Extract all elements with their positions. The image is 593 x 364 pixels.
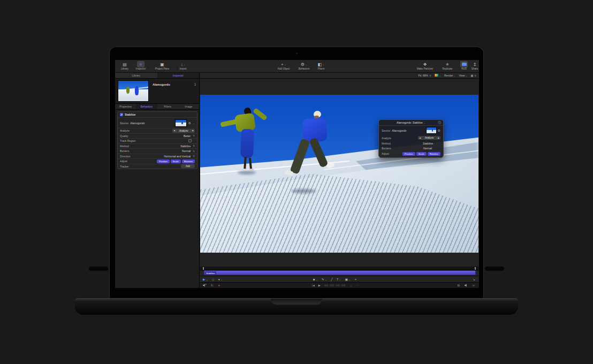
video-frame[interactable] [200, 95, 478, 253]
channels-icon[interactable] [435, 74, 438, 77]
library-icon: ▤ [121, 61, 128, 67]
analyze-backward-icon[interactable]: ◀ [172, 130, 176, 132]
tab-library[interactable]: Library [115, 73, 157, 78]
gear-icon[interactable]: ⚙ [188, 121, 191, 125]
hud-panel[interactable]: Alamogordo: Stabilize ⌄ ⓘ Source: Alamog… [378, 119, 444, 158]
chevron-down-icon[interactable]: ⌄ [350, 284, 352, 287]
adjust-scale-button[interactable]: Scale [171, 160, 181, 163]
mute-button[interactable]: × [203, 284, 206, 287]
direction-value[interactable]: Horizontal and Vertical [164, 155, 191, 158]
play-button[interactable]: ▶ [318, 284, 321, 287]
tracker-add-button[interactable]: Add [181, 164, 195, 168]
chevron-down-icon[interactable]: ⌄ [439, 74, 441, 77]
transport-bar: × ↻ ● |◀ ▶ 00:00:00:00 ⌄ ◔ ⊟ ∞ [200, 282, 479, 288]
analyze-row: Analyze ◀ Analyze ▶ [118, 128, 197, 133]
object-preview: Alamogordo ↧ [115, 79, 199, 104]
tab-inspector[interactable]: Inspector [157, 73, 200, 78]
hud-button[interactable]: HUD [459, 61, 469, 70]
analyze-backward-icon[interactable]: ◀ [418, 137, 422, 139]
mini-timeline-ruler[interactable] [200, 267, 479, 270]
source-thumbnail[interactable] [175, 119, 187, 127]
linked-playback-button[interactable]: ∞ [473, 284, 475, 287]
out-point-marker[interactable] [475, 267, 476, 270]
pin-icon[interactable]: ↧ [194, 82, 196, 86]
stepper-icon[interactable]: ⇅ [193, 134, 195, 137]
clock-icon[interactable]: ◔ [356, 284, 358, 287]
hud-title-bar[interactable]: Alamogordo: Stabilize ⌄ ⓘ [379, 120, 443, 126]
previous-frame-button[interactable]: |◀ [312, 284, 315, 287]
adjust-rotation-button[interactable]: Rotation [182, 160, 195, 163]
info-icon[interactable]: ⓘ [438, 121, 442, 125]
select-tool-button[interactable]: ▶⌄ [203, 277, 208, 281]
method-value[interactable]: Stabilize [423, 142, 433, 145]
mute-cross-icon: × [205, 283, 207, 286]
view-menu[interactable]: View [459, 74, 465, 77]
library-button[interactable]: ▤ Library [117, 61, 132, 70]
record-button[interactable]: ● [218, 284, 220, 287]
in-point-marker[interactable] [203, 267, 204, 270]
share-button[interactable]: ↥ Share [470, 61, 479, 70]
text-tool-button[interactable]: T⌄ [337, 278, 341, 281]
method-value[interactable]: Stabilize [180, 145, 191, 148]
behavior-timebar[interactable]: Stabilize [204, 270, 476, 275]
analyze-button[interactable]: Analyze [177, 130, 190, 132]
adjust-scale-button[interactable]: Scale [416, 152, 427, 156]
bezier-tool-button[interactable]: ✎⌄ [322, 277, 327, 281]
import-button[interactable]: ↓⌄ Import [175, 61, 191, 70]
grid-icon[interactable]: ▦ [470, 74, 473, 77]
track-region-checkbox[interactable] [188, 139, 192, 142]
adjust-position-button[interactable]: Position [402, 152, 415, 156]
analyze-forward-icon[interactable]: ▶ [437, 137, 440, 139]
add-object-button[interactable]: +⌄ Add Object [273, 61, 294, 70]
borders-value[interactable]: Normal [423, 147, 432, 150]
source-thumbnail[interactable] [426, 127, 437, 134]
camera-tool-button[interactable]: ●⌄ [218, 278, 223, 281]
replicate-button[interactable]: ✳ Replicate [438, 61, 457, 70]
enable-checkbox[interactable]: ✓ [120, 113, 123, 116]
borders-value[interactable]: Normal [182, 149, 191, 153]
chevron-down-icon[interactable]: ⌄ [193, 122, 195, 125]
adjust-rotation-button[interactable]: Rotation [428, 152, 440, 156]
keyframe-tool-button[interactable]: ◇ [212, 277, 215, 281]
tab-image[interactable]: Image [178, 104, 199, 109]
tab-properties[interactable]: Properties [115, 104, 136, 109]
filters-button[interactable]: ◧⌄ Filters [314, 61, 328, 70]
analyze-forward-icon[interactable]: ▶ [191, 130, 195, 132]
tab-behaviors[interactable]: Behaviors [136, 104, 157, 109]
line-tool-button[interactable]: ╱ [331, 277, 333, 281]
tools-row: ▶⌄ ◇ ●⌄ ■⌄ ✎⌄ ╱ T⌄ ▣⌄ × ↘ [200, 276, 479, 282]
speaker-icon[interactable] [465, 284, 468, 287]
transform-tool-button[interactable]: × [354, 278, 356, 281]
inspector-button[interactable]: ≡ Inspector [132, 61, 149, 70]
source-label: Source: [382, 129, 391, 132]
shape-tool-button[interactable]: ■⌄ [313, 278, 318, 281]
stepper-icon[interactable]: ⇅ [429, 74, 431, 77]
gear-icon[interactable]: ⚙ [438, 128, 440, 132]
stepper-icon[interactable]: ⇅ [474, 74, 476, 77]
behaviors-button[interactable]: ⚙⌄ Behaviors [295, 61, 313, 70]
loop-button[interactable]: ↻ [211, 284, 214, 287]
timecode-display[interactable]: 00:00:00:00 [324, 284, 346, 287]
chevron-down-icon[interactable]: ⌄ [423, 121, 425, 124]
chevron-down-icon[interactable]: ⌄ [453, 74, 455, 77]
source-label: Source: [120, 122, 129, 125]
chevron-down-icon[interactable]: ⌄ [465, 74, 467, 77]
stepper-icon[interactable]: ⇅ [193, 155, 195, 157]
adjust-position-button[interactable]: Position [157, 160, 170, 163]
person-green-figure [126, 87, 130, 94]
quality-value[interactable]: Better [184, 134, 191, 138]
mask-tool-button[interactable]: ▣⌄ [345, 277, 351, 281]
tab-filters[interactable]: Filters [157, 104, 178, 109]
make-particles-button[interactable]: ❖ Make Particles [413, 61, 437, 70]
canvas[interactable]: Alamogordo: Stabilize ⌄ ⓘ Source: Alamog… [200, 79, 479, 267]
object-thumbnail[interactable] [118, 80, 149, 102]
analyze-button[interactable]: Analyze [423, 136, 436, 139]
stepper-icon[interactable]: ⇅ [193, 150, 195, 153]
render-menu[interactable]: Render [444, 74, 453, 77]
fit-zoom-control[interactable]: Fit: 68% [419, 74, 428, 77]
project-pane-button[interactable]: ▣ Project Pane [150, 61, 174, 70]
stepper-icon[interactable]: ⇅ [193, 145, 195, 147]
pan-tool-button[interactable]: ↘ [473, 277, 475, 281]
film-overlay-button[interactable]: ⊟ [457, 284, 460, 287]
transport-right: ⊟ ∞ [457, 284, 479, 287]
